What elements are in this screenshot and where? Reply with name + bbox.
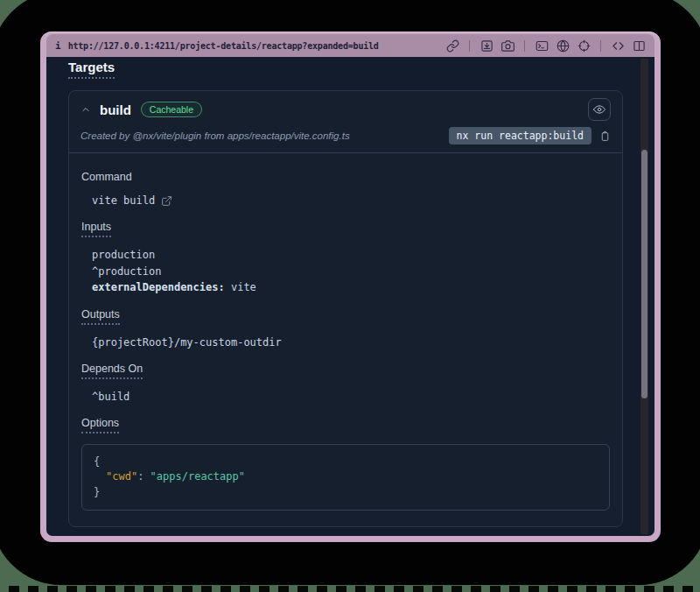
toolbar-divider — [469, 40, 470, 52]
browser-toolbar: i http://127.0.0.1:4211/project-details/… — [46, 34, 654, 57]
url-address[interactable]: http://127.0.0.1:4211/project-details/re… — [68, 41, 379, 51]
scrollbar-thumb[interactable] — [641, 150, 648, 398]
copy-icon[interactable] — [599, 130, 611, 143]
info-icon: i — [55, 40, 61, 52]
toolbar-divider — [600, 40, 601, 52]
terminal-icon[interactable] — [535, 39, 549, 53]
json-close-brace: } — [94, 485, 598, 500]
outputs-value: {projectRoot}/my-custom-outdir — [92, 335, 610, 350]
options-section-label: Options — [81, 417, 610, 433]
json-open-brace: { — [94, 455, 598, 469]
outputs-section-label: Outputs — [81, 308, 610, 325]
link-icon[interactable] — [445, 39, 459, 53]
crosshair-icon[interactable] — [577, 39, 591, 53]
build-card-body: Command vite build Inputs production ^pr… — [69, 153, 622, 526]
input-item: ^production — [92, 264, 610, 280]
inputs-section-label: Inputs — [81, 221, 610, 237]
chevron-up-icon[interactable] — [80, 103, 93, 116]
input-item: production — [92, 247, 610, 264]
code-icon[interactable] — [611, 39, 625, 53]
build-card-header: build Cacheable Created by @nx/vite/plug… — [69, 91, 622, 152]
command-value: vite build — [92, 193, 155, 208]
command-value-row: vite build — [92, 193, 610, 208]
json-cwd-line: "cwd": "apps/reactapp" — [94, 469, 598, 484]
globe-icon[interactable] — [556, 39, 570, 53]
project-details-content: Targets build Cacheable — [46, 57, 654, 536]
options-json-block: { "cwd": "apps/reactapp" } — [81, 444, 610, 511]
scrollbar-track[interactable] — [640, 59, 648, 534]
run-command-chip[interactable]: nx run reactapp:build — [449, 127, 592, 144]
download-icon[interactable] — [480, 39, 494, 53]
command-section-label: Command — [81, 171, 610, 183]
background-dither-pattern — [0, 586, 700, 592]
view-target-graph-button[interactable] — [588, 98, 611, 121]
split-panel-icon[interactable] — [632, 39, 646, 53]
cacheable-badge: Cacheable — [141, 102, 202, 117]
target-name-build: build — [100, 102, 131, 117]
depends-on-section-label: Depends On — [81, 363, 610, 379]
page-viewport: Targets build Cacheable — [46, 57, 654, 536]
inputs-list: production ^production externalDependenc… — [92, 247, 610, 296]
browser-window: i http://127.0.0.1:4211/project-details/… — [40, 32, 661, 542]
depends-on-value: ^build — [92, 389, 610, 405]
target-card-build: build Cacheable Created by @nx/vite/plug… — [68, 90, 623, 527]
external-link-icon[interactable] — [161, 195, 172, 207]
created-by-text: Created by @nx/vite/plugin from apps/rea… — [80, 130, 350, 141]
toolbar-divider — [524, 40, 525, 52]
input-item-external-deps: externalDependencies: vite — [92, 279, 610, 296]
camera-icon[interactable] — [500, 39, 514, 53]
page-title: Targets — [68, 57, 623, 79]
